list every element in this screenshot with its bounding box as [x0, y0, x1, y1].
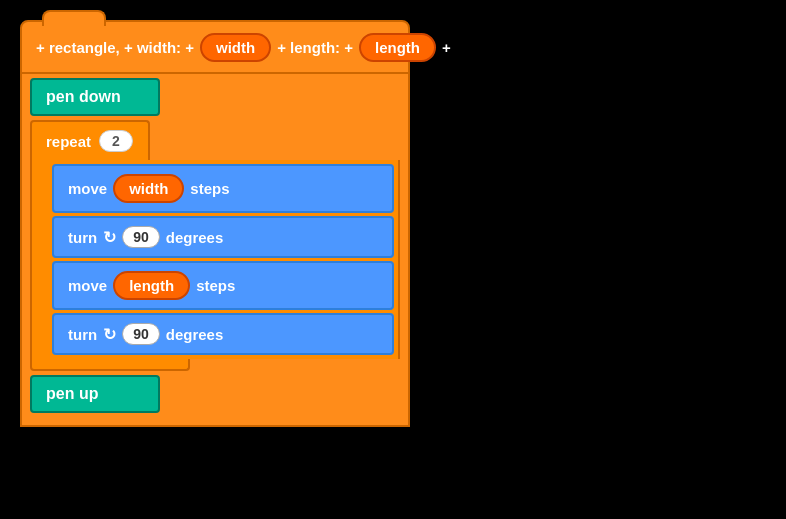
define-suffix: +: [442, 39, 451, 56]
turn2-degrees[interactable]: 90: [122, 323, 160, 345]
turn2-clockwise-icon: ↻: [103, 325, 116, 344]
outer-define-block: + rectangle, + width: + width + length: …: [20, 20, 410, 427]
move-length-prefix: move: [68, 277, 107, 294]
turn-clockwise-icon: ↻: [103, 228, 116, 247]
turn1-degrees[interactable]: 90: [122, 226, 160, 248]
repeat-label: repeat: [46, 133, 91, 150]
define-text: + rectangle, + width: +: [36, 39, 194, 56]
repeat-block: repeat 2 move width steps turn ↻ 90: [30, 120, 400, 371]
move-length-block[interactable]: move length steps: [52, 261, 394, 310]
length-param[interactable]: length: [359, 33, 436, 62]
turn1-suffix: degrees: [166, 229, 224, 246]
define-block: + rectangle, + width: + width + length: …: [20, 20, 410, 74]
blocks-stack: pen down repeat 2 move width steps: [20, 74, 410, 427]
pen-up-label: pen up: [46, 385, 98, 402]
pen-down-block[interactable]: pen down: [30, 78, 160, 116]
turn2-block[interactable]: turn ↻ 90 degrees: [52, 313, 394, 355]
pen-down-label: pen down: [46, 88, 121, 105]
repeat-header: repeat 2: [30, 120, 150, 160]
move-width-suffix: steps: [190, 180, 229, 197]
turn1-prefix: turn: [68, 229, 97, 246]
width-var[interactable]: width: [113, 174, 184, 203]
turn1-block[interactable]: turn ↻ 90 degrees: [52, 216, 394, 258]
move-length-suffix: steps: [196, 277, 235, 294]
move-width-block[interactable]: move width steps: [52, 164, 394, 213]
define-middle: + length: +: [277, 39, 353, 56]
width-param[interactable]: width: [200, 33, 271, 62]
move-width-prefix: move: [68, 180, 107, 197]
scratch-workspace: + rectangle, + width: + width + length: …: [0, 0, 786, 447]
length-var[interactable]: length: [113, 271, 190, 300]
repeat-footer: [30, 359, 190, 371]
turn2-suffix: degrees: [166, 326, 224, 343]
repeat-inner: move width steps turn ↻ 90 degrees move: [30, 160, 400, 359]
repeat-count[interactable]: 2: [99, 130, 133, 152]
turn2-prefix: turn: [68, 326, 97, 343]
pen-up-block[interactable]: pen up: [30, 375, 160, 413]
